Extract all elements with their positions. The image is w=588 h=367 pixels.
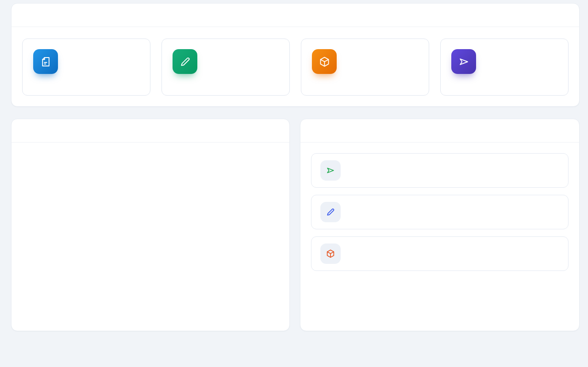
cube-icon [312,49,337,74]
writer-modules-header [12,4,579,27]
activity-item-images-generated [311,236,569,271]
module-card-images[interactable] [301,39,429,96]
content-creation-activity-section [11,119,290,331]
activity-item-content-generated [311,195,569,229]
dashboard-page [0,0,588,331]
activity-item-content-published [311,153,569,188]
send-icon [451,49,476,74]
module-card-tasks[interactable] [22,39,150,96]
chart-header [12,119,289,143]
file-text-icon [33,49,58,74]
recent-activity-section [300,119,580,331]
pencil-icon [320,202,341,222]
module-card-published[interactable] [440,39,569,96]
activity-list [300,143,579,282]
activity-line-chart [12,167,290,286]
send-icon [320,160,341,181]
recent-activity-header [300,119,579,143]
chart-body [12,156,289,286]
chart-legend [12,156,289,164]
module-card-content[interactable] [161,39,290,96]
pencil-icon [173,49,197,74]
cube-icon [320,243,341,264]
modules-grid [12,27,579,106]
writer-modules-section [11,3,580,107]
